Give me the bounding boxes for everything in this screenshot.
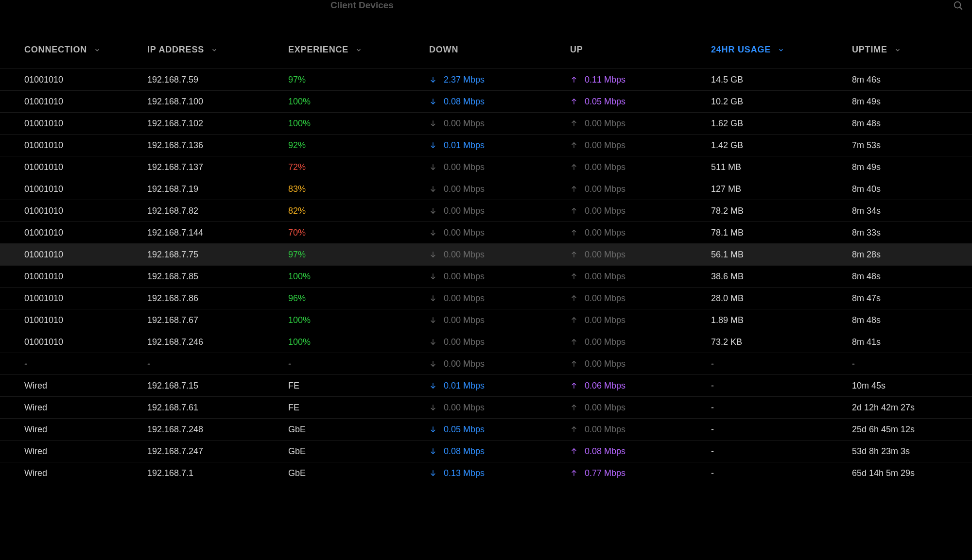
down-rate: 0.00 Mbps: [444, 228, 485, 238]
table-row[interactable]: Wired192.168.7.248GbE0.05 Mbps0.00 Mbps-…: [0, 419, 972, 441]
cell-usage: 78.1 MB: [707, 222, 848, 244]
column-experience[interactable]: EXPERIENCE: [284, 38, 425, 69]
cell-connection: 01001010: [0, 266, 143, 288]
column-24hr-usage[interactable]: 24HR USAGE: [707, 38, 848, 69]
cell-usage: 38.6 MB: [707, 266, 848, 288]
table-row[interactable]: 01001010192.168.7.102100%0.00 Mbps0.00 M…: [0, 113, 972, 135]
table-row[interactable]: 01001010192.168.7.8696%0.00 Mbps0.00 Mbp…: [0, 288, 972, 309]
table-row[interactable]: Wired192.168.7.1GbE0.13 Mbps0.77 Mbps-65…: [0, 462, 972, 484]
cell-up: 0.00 Mbps: [566, 178, 707, 200]
table-row[interactable]: 01001010192.168.7.100100%0.08 Mbps0.05 M…: [0, 91, 972, 113]
cell-connection: Wired: [0, 441, 143, 462]
chevron-down-icon: [894, 45, 901, 55]
cell-down: 0.08 Mbps: [425, 441, 566, 462]
cell-experience: 100%: [284, 331, 425, 353]
cell-experience: GbE: [284, 441, 425, 462]
cell-usage: -: [707, 441, 848, 462]
column-uptime[interactable]: UPTIME: [848, 38, 972, 69]
arrow-up-icon: [570, 293, 578, 303]
cell-usage: 1.89 MB: [707, 309, 848, 331]
up-rate: 0.00 Mbps: [585, 250, 625, 260]
cell-usage: 511 MB: [707, 156, 848, 178]
up-rate: 0.00 Mbps: [585, 184, 625, 194]
arrow-down-icon: [429, 403, 437, 412]
cell-ip: 192.168.7.19: [143, 178, 284, 200]
cell-usage: 10.2 GB: [707, 91, 848, 113]
tab-client-devices[interactable]: Client Devices: [330, 0, 394, 11]
cell-ip: 192.168.7.82: [143, 200, 284, 222]
cell-uptime: 8m 46s: [848, 69, 972, 91]
cell-connection: 01001010: [0, 331, 143, 353]
cell-usage: 56.1 MB: [707, 244, 848, 266]
cell-uptime: 8m 33s: [848, 222, 972, 244]
cell-up: 0.05 Mbps: [566, 91, 707, 113]
column-label: UPTIME: [852, 45, 887, 54]
table-row[interactable]: 01001010192.168.7.85100%0.00 Mbps0.00 Mb…: [0, 266, 972, 288]
up-rate: 0.00 Mbps: [585, 337, 625, 347]
table-row[interactable]: ---0.00 Mbps0.00 Mbps--: [0, 353, 972, 375]
cell-up: 0.00 Mbps: [566, 309, 707, 331]
arrow-up-icon: [570, 228, 578, 238]
table-row[interactable]: 01001010192.168.7.13692%0.01 Mbps0.00 Mb…: [0, 135, 972, 156]
cell-uptime: 10m 45s: [848, 375, 972, 397]
up-rate: 0.00 Mbps: [585, 206, 625, 216]
column-header-row: CONNECTION IP ADDRESS EXPERIENCE DOWN UP: [0, 38, 972, 69]
table-row[interactable]: 01001010192.168.7.13772%0.00 Mbps0.00 Mb…: [0, 156, 972, 178]
cell-connection: 01001010: [0, 156, 143, 178]
arrow-up-icon: [570, 184, 578, 194]
cell-experience: 100%: [284, 113, 425, 135]
cell-connection: 01001010: [0, 91, 143, 113]
chevron-down-icon: [211, 45, 218, 55]
cell-connection: 01001010: [0, 135, 143, 156]
up-rate: 0.00 Mbps: [585, 119, 625, 129]
down-rate: 0.05 Mbps: [444, 424, 485, 435]
cell-experience: 83%: [284, 178, 425, 200]
arrow-up-icon: [570, 140, 578, 150]
table-row[interactable]: 01001010192.168.7.246100%0.00 Mbps0.00 M…: [0, 331, 972, 353]
down-rate: 0.01 Mbps: [444, 381, 485, 391]
table-row[interactable]: 01001010192.168.7.7597%0.00 Mbps0.00 Mbp…: [0, 244, 972, 266]
up-rate: 0.06 Mbps: [585, 381, 625, 391]
column-ip-address[interactable]: IP ADDRESS: [143, 38, 284, 69]
cell-ip: 192.168.7.67: [143, 309, 284, 331]
arrow-up-icon: [570, 403, 578, 412]
cell-down: 0.00 Mbps: [425, 266, 566, 288]
cell-ip: 192.168.7.15: [143, 375, 284, 397]
cell-ip: 192.168.7.86: [143, 288, 284, 309]
arrow-up-icon: [570, 381, 578, 390]
cell-connection: 01001010: [0, 113, 143, 135]
table-row[interactable]: 01001010192.168.7.5997%2.37 Mbps0.11 Mbp…: [0, 69, 972, 91]
cell-down: 0.00 Mbps: [425, 331, 566, 353]
arrow-up-icon: [570, 446, 578, 456]
table-row[interactable]: 01001010192.168.7.67100%0.00 Mbps0.00 Mb…: [0, 309, 972, 331]
column-up[interactable]: UP: [566, 38, 707, 69]
cell-experience: 100%: [284, 91, 425, 113]
table-row[interactable]: Wired192.168.7.247GbE0.08 Mbps0.08 Mbps-…: [0, 441, 972, 462]
table-row[interactable]: 01001010192.168.7.1983%0.00 Mbps0.00 Mbp…: [0, 178, 972, 200]
down-rate: 0.08 Mbps: [444, 97, 485, 107]
search-icon[interactable]: [953, 0, 963, 13]
table-row[interactable]: Wired192.168.7.61FE0.00 Mbps0.00 Mbps-2d…: [0, 397, 972, 419]
cell-down: 0.13 Mbps: [425, 462, 566, 484]
table-row[interactable]: Wired192.168.7.15FE0.01 Mbps0.06 Mbps-10…: [0, 375, 972, 397]
cell-up: 0.00 Mbps: [566, 266, 707, 288]
arrow-up-icon: [570, 337, 578, 347]
table-row[interactable]: 01001010192.168.7.14470%0.00 Mbps0.00 Mb…: [0, 222, 972, 244]
cell-up: 0.00 Mbps: [566, 353, 707, 375]
cell-uptime: 8m 41s: [848, 331, 972, 353]
table-row[interactable]: 01001010192.168.7.8282%0.00 Mbps0.00 Mbp…: [0, 200, 972, 222]
cell-experience: 100%: [284, 309, 425, 331]
column-connection[interactable]: CONNECTION: [0, 38, 143, 69]
cell-connection: Wired: [0, 419, 143, 441]
cell-uptime: 8m 48s: [848, 266, 972, 288]
up-rate: 0.05 Mbps: [585, 97, 625, 107]
cell-usage: -: [707, 397, 848, 419]
cell-uptime: 8m 28s: [848, 244, 972, 266]
up-rate: 0.08 Mbps: [585, 446, 625, 457]
column-down[interactable]: DOWN: [425, 38, 566, 69]
up-rate: 0.00 Mbps: [585, 272, 625, 282]
column-label: IP ADDRESS: [147, 45, 204, 54]
cell-uptime: 8m 47s: [848, 288, 972, 309]
down-rate: 2.37 Mbps: [444, 75, 485, 85]
cell-connection: 01001010: [0, 309, 143, 331]
